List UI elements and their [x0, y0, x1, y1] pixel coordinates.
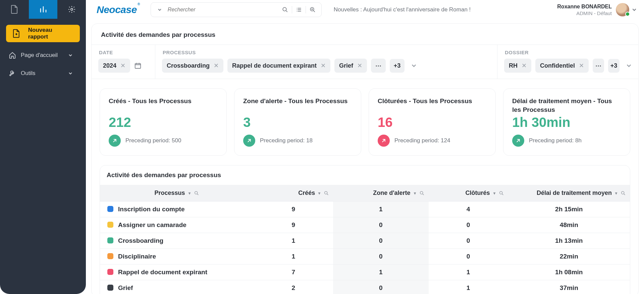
- search-plus-icon: [310, 7, 316, 13]
- calendar-icon: [134, 62, 142, 69]
- chip-processus[interactable]: Crossboarding✕: [162, 59, 223, 73]
- filter-group-date: DATE 2024✕: [92, 45, 155, 79]
- table-row[interactable]: Inscription du compte9142h 15min: [100, 202, 630, 217]
- svg-rect-3: [135, 64, 141, 69]
- chip-processus[interactable]: Rappel de document expirant✕: [227, 59, 330, 73]
- chip-dossier[interactable]: Confidentiel✕: [535, 59, 589, 73]
- kpi-title: Zone d'alerte - Tous les Processus: [243, 97, 352, 114]
- trend-badge: [378, 135, 390, 147]
- color-swatch: [107, 253, 113, 259]
- kpi-title: Délai de traitement moyen - Tous les Pro…: [512, 97, 621, 114]
- color-swatch: [107, 237, 113, 243]
- kpi-value: 1h 30min: [512, 115, 621, 130]
- user-role: ADMIN - Défaut: [557, 10, 612, 16]
- process-name: Disciplinaire: [118, 253, 156, 260]
- chip-remove[interactable]: ✕: [522, 62, 527, 69]
- chip-remove[interactable]: ✕: [579, 62, 584, 69]
- process-name: Crossboarding: [118, 237, 163, 244]
- rail-tab-settings[interactable]: [57, 0, 86, 19]
- rail-tab-analytics[interactable]: [29, 0, 57, 19]
- kpi-value: 16: [378, 115, 487, 130]
- main-panel: Activité des demandes par processus DATE…: [91, 23, 639, 294]
- chevron-down-icon: [632, 7, 637, 12]
- chip-date[interactable]: 2024✕: [98, 59, 130, 73]
- table-row[interactable]: Disciplinaire10022min: [100, 249, 630, 265]
- th-alert[interactable]: Zone d'alerte▾: [333, 185, 428, 202]
- chip-remove[interactable]: ✕: [357, 62, 362, 69]
- chevron-down-icon: [158, 8, 162, 12]
- presence-dot: [625, 12, 630, 16]
- bar-chart-icon: [39, 5, 47, 13]
- process-name: Rappel de document expirant: [118, 269, 207, 276]
- svg-point-5: [325, 191, 327, 194]
- chip-dossier[interactable]: RH✕: [504, 59, 531, 73]
- svg-point-6: [420, 191, 423, 194]
- left-sidebar: Nouveau rapport Page d'accueil Outils: [0, 0, 86, 294]
- kpi-preceding: Preceding period: 8h: [529, 137, 582, 144]
- filter-dropdown[interactable]: [411, 63, 417, 68]
- cell-created: 1: [254, 233, 333, 249]
- search-icon: [621, 191, 626, 196]
- avatar: [616, 3, 629, 16]
- th-processus[interactable]: Processus▾: [100, 185, 254, 202]
- table-row[interactable]: Rappel de document expirant7111h 08min: [100, 265, 630, 280]
- kpi-card-closed: Clôturées - Tous les Processus 16 Preced…: [369, 88, 496, 156]
- cell-processus: Inscription du compte: [100, 202, 254, 217]
- search-button[interactable]: [280, 7, 290, 13]
- search-scope-dropdown[interactable]: [155, 8, 164, 12]
- chip-processus[interactable]: Grief✕: [334, 59, 367, 73]
- sidebar-item-tools[interactable]: Outils: [3, 64, 83, 82]
- cell-delay: 1h 08min: [508, 265, 630, 280]
- cell-processus: Disciplinaire: [100, 249, 254, 265]
- filter-group-processus: PROCESSUS Crossboarding✕ Rappel de docum…: [155, 45, 497, 79]
- filter-label: PROCESSUS: [162, 50, 490, 55]
- arrow-up-right-icon: [381, 138, 387, 144]
- th-delay[interactable]: Délai de traitement moyen▾: [508, 185, 630, 202]
- cell-closed: 0: [429, 233, 508, 249]
- kpi-value: 3: [243, 115, 352, 130]
- cell-alert: 0: [333, 217, 428, 233]
- svg-point-4: [195, 191, 197, 194]
- cell-created: 7: [254, 265, 333, 280]
- table-panel: Activité des demandes par processus Proc…: [100, 165, 630, 294]
- cell-closed: 1: [429, 280, 508, 294]
- trend-badge: [243, 135, 255, 147]
- th-created[interactable]: Créés▾: [254, 185, 333, 202]
- home-icon: [9, 52, 16, 59]
- th-closed[interactable]: Clôturés▾: [429, 185, 508, 202]
- sidebar-item-label: Outils: [21, 70, 68, 77]
- kpi-value: 212: [109, 115, 218, 130]
- user-menu[interactable]: Roxanne BONARDEL ADMIN - Défaut: [557, 3, 637, 16]
- process-name: Grief: [118, 284, 133, 291]
- search-input[interactable]: [168, 7, 280, 13]
- rail-tab-doc[interactable]: [0, 0, 29, 19]
- kpi-row: Créés - Tous les Processus 212 Preceding…: [92, 79, 638, 165]
- cell-created: 2: [254, 280, 333, 294]
- process-name: Inscription du compte: [118, 206, 184, 213]
- topbar: Neocase® Nouvelles : Aujourd'hui c'est l…: [86, 0, 644, 19]
- file-icon: [11, 5, 18, 14]
- calendar-button[interactable]: [134, 62, 142, 69]
- chip-remove[interactable]: ✕: [120, 62, 125, 69]
- kpi-preceding: Preceding period: 124: [394, 137, 450, 144]
- table-header-row: Processus▾ Créés▾ Zone d'alerte▾ Clôturé…: [100, 185, 630, 202]
- filter-bar: DATE 2024✕ PROCESSUS Crossboarding✕ Rapp…: [92, 45, 638, 79]
- cell-delay: 1h 13min: [508, 233, 630, 249]
- search-list-button[interactable]: [294, 7, 304, 13]
- chip-more-menu[interactable]: ⋯: [593, 59, 604, 73]
- table-row[interactable]: Grief20137min: [100, 280, 630, 294]
- cell-delay: 48min: [508, 217, 630, 233]
- search-box[interactable]: [151, 2, 322, 17]
- chip-remove[interactable]: ✕: [214, 62, 219, 69]
- search-zoom-button[interactable]: [308, 7, 317, 13]
- new-report-button[interactable]: Nouveau rapport: [6, 25, 80, 42]
- table-row[interactable]: Crossboarding1001h 13min: [100, 233, 630, 249]
- chip-more-count[interactable]: +3: [608, 59, 620, 73]
- chip-more-menu[interactable]: ⋯: [371, 59, 386, 73]
- filter-dropdown[interactable]: [626, 63, 632, 68]
- table-row[interactable]: Assigner un camarade90048min: [100, 217, 630, 233]
- chip-more-count[interactable]: +3: [390, 59, 405, 73]
- chip-remove[interactable]: ✕: [321, 62, 326, 69]
- sidebar-item-home[interactable]: Page d'accueil: [3, 46, 83, 64]
- cell-processus: Grief: [100, 280, 254, 294]
